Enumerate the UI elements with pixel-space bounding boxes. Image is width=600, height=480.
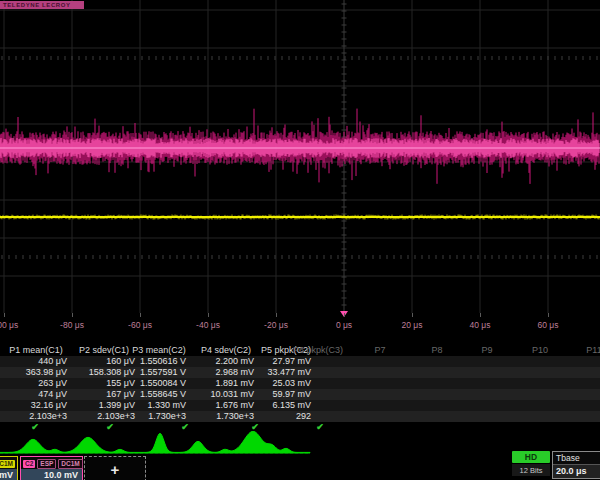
- measure-value-cell: 155 μV: [106, 378, 135, 389]
- measure-value-cell: 1.550616 V: [140, 356, 186, 367]
- trace-annotation-badge: TELEDYNE LECROY: [0, 1, 84, 9]
- time-axis-label: -40 μs: [186, 320, 230, 330]
- measurement-table: P1 mean(C1)P2 sdev(C1)P3 mean(C2)P4 sdev…: [0, 345, 600, 433]
- c2-label-badge: C2: [23, 460, 35, 468]
- table-row: P1 mean(C1)P2 sdev(C1)P3 mean(C2)P4 sdev…: [0, 345, 600, 356]
- measure-value-cell: 2.103e+3: [29, 411, 67, 422]
- table-row: 474 μV167 μV1.558645 V10.031 mV59.97 mV: [0, 389, 600, 400]
- oscilloscope-screen: TELEDYNE LECROY -100 μs-80 μs-60 μs-40 μ…: [0, 0, 600, 480]
- c1-coupling-badge: DC1M: [0, 460, 15, 468]
- measure-value-cell: 474 μV: [38, 389, 67, 400]
- measure-value-cell: 292: [296, 411, 311, 422]
- table-row: 440 μV160 μV1.550616 V2.200 mV27.97 mV: [0, 356, 600, 367]
- measure-value-cell: 2.968 mV: [215, 367, 254, 378]
- measure-header-3[interactable]: P3 mean(C2): [132, 345, 186, 356]
- measure-value-cell: 1.557591 V: [140, 367, 186, 378]
- measure-value-cell: 1.676 mV: [215, 400, 254, 411]
- time-axis-tick: [72, 313, 73, 317]
- time-axis-label: -20 μs: [254, 320, 298, 330]
- measure-value-cell: 1.730e+3: [148, 411, 186, 422]
- waveform-grid: [0, 0, 600, 313]
- bottom-toolbar: DC1M 0 mV C2 ESP DC1M 10.0 mV + HD 12 Bi…: [0, 451, 600, 480]
- timebase-descriptor[interactable]: Tbase 20.0 μs: [552, 451, 600, 479]
- measure-value-cell: 10.031 mV: [210, 389, 254, 400]
- measure-value-cell: 2.200 mV: [215, 356, 254, 367]
- table-row: 363.98 μV158.308 μV1.557591 V2.968 mV33.…: [0, 367, 600, 378]
- measure-header-4[interactable]: P4 sdev(C2): [201, 345, 251, 356]
- hd-bits-label: 12 Bits: [512, 464, 550, 476]
- table-row: 2.103e+32.103e+31.730e+31.730e+3292: [0, 411, 600, 422]
- measure-value-cell: 6.135 mV: [272, 400, 311, 411]
- measure-value-cell: 440 μV: [38, 356, 67, 367]
- hd-mode-indicator[interactable]: HD 12 Bits: [512, 451, 550, 479]
- measure-value-cell: 59.97 mV: [272, 389, 311, 400]
- time-axis-label: 0 μs: [322, 320, 366, 330]
- measure-header-1[interactable]: P1 mean(C1): [9, 345, 63, 356]
- measure-value-cell: 167 μV: [106, 389, 135, 400]
- measure-value-cell: 1.399 μV: [99, 400, 135, 411]
- measure-header-dim[interactable]: P9: [481, 345, 492, 356]
- c1-volts-div: 0 mV: [0, 469, 17, 480]
- channel-c1-descriptor[interactable]: DC1M 0 mV: [0, 456, 18, 480]
- time-axis: -100 μs-80 μs-60 μs-40 μs-20 μs0 μs20 μs…: [0, 313, 600, 337]
- add-channel-button[interactable]: +: [84, 456, 146, 480]
- time-axis-label: 40 μs: [458, 320, 502, 330]
- zoom-trace-path: [0, 431, 310, 453]
- time-axis-tick: [140, 313, 141, 317]
- channel-c2-descriptor[interactable]: C2 ESP DC1M 10.0 mV: [20, 456, 83, 480]
- time-axis-tick: [548, 313, 549, 317]
- measure-value-cell: 263 μV: [38, 378, 67, 389]
- time-axis-label: -100 μs: [0, 320, 26, 330]
- time-axis-tick: [344, 313, 345, 317]
- hd-badge: HD: [512, 451, 550, 463]
- measure-value-cell: 363.98 μV: [26, 367, 67, 378]
- measure-header-2[interactable]: P2 sdev(C1): [79, 345, 129, 356]
- measure-value-cell: 1.550084 V: [140, 378, 186, 389]
- time-axis-label: -60 μs: [118, 320, 162, 330]
- measure-value-cell: 25.03 mV: [272, 378, 311, 389]
- measure-value-cell: 2.103e+3: [97, 411, 135, 422]
- measure-header-dim[interactable]: P10: [532, 345, 548, 356]
- time-axis-tick: [412, 313, 413, 317]
- timebase-value: 20.0 μs: [553, 465, 600, 478]
- measure-value-cell: 1.558645 V: [140, 389, 186, 400]
- measure-value-cell: 1.891 mV: [215, 378, 254, 389]
- measure-value-cell: 1.330 mV: [147, 400, 186, 411]
- time-axis-tick: [208, 313, 209, 317]
- timebase-title: Tbase: [553, 452, 600, 465]
- table-row: 32.16 μV1.399 μV1.330 mV1.676 mV6.135 mV: [0, 400, 600, 411]
- c2-coupling-badge: DC1M: [58, 459, 82, 469]
- measure-value-cell: 32.16 μV: [31, 400, 67, 411]
- measure-value-cell: 158.308 μV: [89, 367, 135, 378]
- measure-value-cell: 27.97 mV: [272, 356, 311, 367]
- measure-header-dim[interactable]: P6 pkpk(C3): [293, 345, 343, 356]
- measure-header-dim[interactable]: P8: [431, 345, 442, 356]
- measure-header-dim[interactable]: P7: [374, 345, 385, 356]
- time-axis-tick: [4, 313, 5, 317]
- time-axis-label: 20 μs: [390, 320, 434, 330]
- time-axis-label: 60 μs: [526, 320, 570, 330]
- c2-volts-div: 10.0 mV: [21, 469, 82, 480]
- time-axis-tick: [276, 313, 277, 317]
- c2-mode-badge: ESP: [37, 459, 56, 469]
- measure-header-dim[interactable]: P11: [586, 345, 600, 356]
- time-axis-label: -80 μs: [50, 320, 94, 330]
- measure-value-cell: 160 μV: [106, 356, 135, 367]
- plus-icon: +: [111, 461, 120, 478]
- table-row: 263 μV155 μV1.550084 V1.891 mV25.03 mV: [0, 378, 600, 389]
- measure-value-cell: 1.730e+3: [216, 411, 254, 422]
- time-axis-tick: [480, 313, 481, 317]
- measure-value-cell: 33.477 mV: [267, 367, 311, 378]
